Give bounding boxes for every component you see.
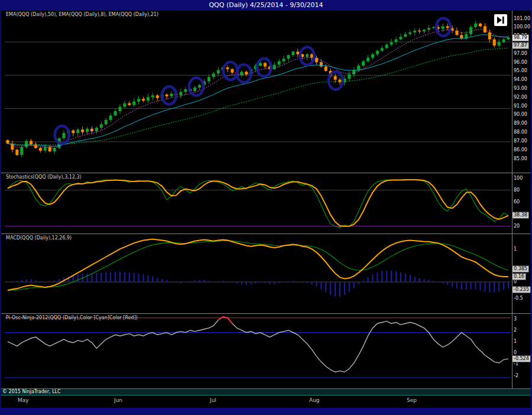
candle-body <box>86 129 89 132</box>
candle-body <box>339 80 342 82</box>
go-to-last-bar-button[interactable] <box>494 14 507 26</box>
candle-body <box>357 66 360 70</box>
candle-body <box>90 129 93 131</box>
macd-signal-line <box>8 241 508 290</box>
candle-body <box>479 24 482 26</box>
highlight-ellipse-annotation <box>223 62 238 80</box>
candle-body <box>142 99 145 100</box>
candle-body <box>48 147 51 151</box>
candle-body <box>44 147 47 151</box>
candle-body <box>170 93 173 96</box>
candle-body <box>507 38 510 40</box>
candle-body <box>132 102 135 105</box>
candle-body <box>118 107 121 111</box>
candle-body <box>184 89 187 92</box>
candle-body <box>20 147 23 155</box>
candle-body <box>7 140 9 144</box>
highlight-ellipse-annotation <box>55 126 69 144</box>
candle-body <box>226 67 229 69</box>
candle-body <box>179 92 182 95</box>
candle-body <box>198 85 201 87</box>
highlight-ellipse-annotation <box>162 86 176 104</box>
candle-body <box>376 51 379 54</box>
candle-body <box>95 128 98 131</box>
candle-body <box>62 133 65 138</box>
candle-body <box>460 35 463 38</box>
candle-body <box>408 33 411 34</box>
candle-body <box>413 31 416 33</box>
candle-body <box>240 72 243 75</box>
candle-body <box>442 26 445 28</box>
candle-body <box>493 40 496 46</box>
candle-body <box>278 61 281 65</box>
candle-body <box>488 33 491 40</box>
candle-body <box>81 129 84 132</box>
candle-body <box>474 24 477 27</box>
candle-body <box>325 66 327 70</box>
candle-body <box>283 59 286 61</box>
candle-body <box>76 129 79 133</box>
candle-body <box>147 97 150 100</box>
candle-body <box>72 131 74 133</box>
window-left-frame <box>0 0 1 415</box>
candle-body <box>151 95 154 97</box>
candle-body <box>123 103 126 107</box>
candle-body <box>245 72 248 74</box>
window-bottom-frame <box>0 408 532 415</box>
candle-body <box>371 54 374 58</box>
candle-body <box>498 42 501 46</box>
copyright-text: © 2015 NinjaTrader, LLC <box>2 389 61 394</box>
candle-body <box>128 103 131 105</box>
highlight-ellipse-annotation <box>189 78 203 96</box>
piosc-red-segment <box>218 317 223 320</box>
candle-body <box>212 73 215 77</box>
candle-body <box>484 26 486 32</box>
candle-body <box>53 148 56 151</box>
piosc-red-segment <box>228 318 232 324</box>
candle-body <box>366 58 369 61</box>
candle-body <box>264 63 267 67</box>
candle-body <box>259 63 262 66</box>
candle-body <box>395 40 398 42</box>
piosc-line <box>8 317 508 372</box>
candle-body <box>362 61 365 66</box>
chart-canvas[interactable] <box>0 0 532 415</box>
candle-body <box>432 27 435 28</box>
candle-body <box>334 76 337 80</box>
candle-body <box>166 95 168 96</box>
candle-body <box>390 42 393 44</box>
candle-body <box>418 31 421 31</box>
candle-body <box>109 115 112 119</box>
candle-body <box>15 150 18 155</box>
candle-body <box>348 74 351 79</box>
candle-body <box>156 95 159 98</box>
ninjatrader-chart-window: QQQ (Daily) 4/25/2014 - 9/30/2014 EMA(QQ… <box>0 0 532 415</box>
candle-body <box>291 51 294 55</box>
candle-body <box>320 62 323 66</box>
candle-body <box>469 27 472 34</box>
candle-body <box>287 55 290 59</box>
copyright-bar: © 2015 NinjaTrader, LLC <box>0 388 532 395</box>
candle-body <box>231 69 233 73</box>
candle-body <box>502 40 505 42</box>
candle-body <box>381 48 384 50</box>
candle-body <box>207 77 210 81</box>
macd-line <box>8 239 508 290</box>
candle-body <box>399 37 402 39</box>
candle-body <box>296 51 299 54</box>
play-to-end-icon <box>496 16 505 24</box>
candle-body <box>446 26 449 28</box>
candle-body <box>39 148 42 150</box>
candle-body <box>193 87 196 91</box>
candle-body <box>100 124 103 128</box>
candle-body <box>217 70 220 73</box>
candle-body <box>427 28 430 30</box>
candle-body <box>114 111 117 115</box>
candle-body <box>404 34 407 37</box>
candle-body <box>385 44 388 48</box>
candle-body <box>423 30 426 31</box>
highlight-ellipse-annotation <box>237 64 251 82</box>
candle-body <box>105 120 108 124</box>
candle-body <box>306 54 309 57</box>
candle-body <box>137 99 140 101</box>
